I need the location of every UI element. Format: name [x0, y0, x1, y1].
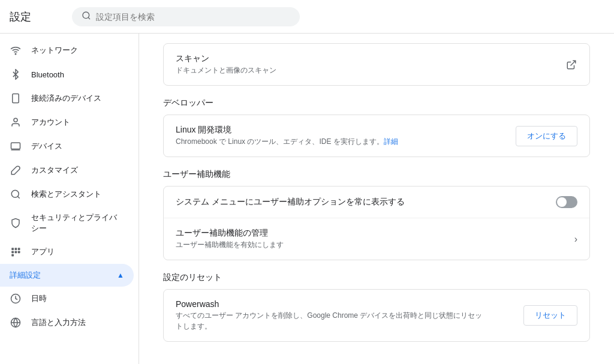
- always-show-a11y-row: システム メニューにユーザー補助オプションを常に表示する: [164, 186, 589, 218]
- search-assistant-icon: [10, 188, 22, 200]
- scan-title: スキャン: [176, 53, 556, 64]
- sidebar-item-device[interactable]: デバイス: [0, 134, 134, 158]
- sidebar-label-device: デバイス: [31, 141, 62, 152]
- svg-line-1: [88, 17, 90, 19]
- sidebar-item-connected-devices[interactable]: 接続済みのデバイス: [0, 86, 134, 110]
- sidebar-label-advanced: 詳細設定: [10, 270, 41, 281]
- always-show-a11y-toggle[interactable]: [556, 196, 577, 208]
- search-bar: [72, 7, 300, 26]
- sidebar: ネットワーク Bluetooth 接続済みのデバイス: [0, 34, 139, 364]
- always-show-a11y-title: システム メニューにユーザー補助オプションを常に表示する: [176, 197, 546, 207]
- manage-a11y-title: ユーザー補助機能の管理: [176, 228, 565, 239]
- wifi-icon: [10, 44, 22, 56]
- linux-dev-subtitle-text: Chromebook で Linux のツール、エディタ、IDE を実行します。: [176, 137, 384, 146]
- search-icon: [82, 11, 91, 23]
- scan-subtitle: ドキュメントと画像のスキャン: [176, 65, 556, 76]
- svg-rect-14: [15, 251, 17, 254]
- sidebar-item-apps[interactable]: アプリ: [0, 240, 134, 264]
- linux-dev-row: Linux 開発環境 Chromebook で Linux のツール、エディタ、…: [164, 115, 589, 157]
- linux-dev-text: Linux 開発環境 Chromebook で Linux のツール、エディタ、…: [176, 125, 506, 147]
- accessibility-heading: ユーザー補助機能: [163, 169, 590, 180]
- sidebar-item-customize[interactable]: カスタマイズ: [0, 158, 134, 182]
- svg-rect-15: [18, 251, 20, 254]
- powerwash-title: Powerwash: [176, 299, 514, 309]
- scan-text: スキャン ドキュメントと画像のスキャン: [176, 53, 556, 76]
- always-show-a11y-text: システム メニューにユーザー補助オプションを常に表示する: [176, 197, 546, 207]
- apps-icon: [10, 246, 22, 258]
- manage-a11y-action: ›: [574, 234, 577, 245]
- linux-dev-link[interactable]: 詳細: [384, 137, 398, 146]
- sidebar-item-bluetooth[interactable]: Bluetooth: [0, 62, 134, 86]
- sidebar-item-network[interactable]: ネットワーク: [0, 38, 134, 62]
- sidebar-item-datetime[interactable]: 日時: [0, 287, 134, 311]
- language-icon: [10, 317, 22, 329]
- reset-heading: 設定のリセット: [163, 272, 590, 283]
- sidebar-label-account: アカウント: [31, 117, 70, 128]
- toggle-knob: [557, 197, 567, 207]
- sidebar-label-apps: アプリ: [31, 246, 55, 257]
- linux-dev-subtitle: Chromebook で Linux のツール、エディタ、IDE を実行します。…: [176, 137, 506, 147]
- powerwash-subtitle: すべてのユーザー アカウントを削除し、Google Chrome デバイスを出荷…: [176, 310, 487, 332]
- external-link-icon[interactable]: [565, 59, 577, 71]
- sidebar-item-search-assistant[interactable]: 検索とアシスタント: [0, 182, 134, 206]
- sidebar-item-security-privacy[interactable]: セキュリティとプライバシー: [0, 206, 134, 240]
- linux-dev-button[interactable]: オンにする: [516, 126, 577, 146]
- svg-point-0: [83, 12, 89, 19]
- brush-icon: [10, 164, 22, 176]
- header: 設定: [0, 0, 614, 34]
- developer-heading: デベロッパー: [163, 98, 590, 109]
- linux-dev-title: Linux 開発環境: [176, 125, 506, 136]
- sidebar-label-network: ネットワーク: [31, 45, 78, 56]
- always-show-a11y-action: [556, 196, 577, 208]
- page-title: 設定: [10, 10, 58, 24]
- sidebar-label-language: 言語と入力方法: [31, 317, 86, 328]
- svg-point-2: [15, 53, 16, 55]
- manage-a11y-text: ユーザー補助機能の管理 ユーザー補助機能を有効にします: [176, 228, 565, 250]
- svg-rect-13: [11, 251, 14, 254]
- scan-card: スキャン ドキュメントと画像のスキャン: [163, 43, 590, 86]
- sidebar-label-security-privacy: セキュリティとプライバシー: [31, 212, 124, 234]
- svg-rect-11: [15, 248, 17, 250]
- clock-icon: [10, 293, 22, 305]
- reset-card: Powerwash すべてのユーザー アカウントを削除し、Google Chro…: [163, 289, 590, 342]
- svg-rect-10: [11, 248, 14, 250]
- powerwash-text: Powerwash すべてのユーザー アカウントを削除し、Google Chro…: [176, 299, 514, 332]
- bluetooth-icon: [10, 68, 22, 80]
- svg-rect-16: [11, 254, 14, 257]
- powerwash-action: リセット: [523, 305, 577, 326]
- svg-point-5: [14, 118, 17, 122]
- smartphone-icon: [10, 92, 22, 104]
- sidebar-label-datetime: 日時: [31, 293, 47, 304]
- search-input[interactable]: [96, 12, 290, 22]
- powerwash-button[interactable]: リセット: [523, 305, 577, 326]
- sidebar-label-bluetooth: Bluetooth: [31, 70, 64, 79]
- svg-line-9: [17, 196, 19, 198]
- chevron-right-icon: ›: [574, 234, 577, 245]
- scan-action: [565, 59, 577, 71]
- person-icon: [10, 116, 22, 128]
- svg-point-8: [11, 190, 19, 197]
- content-area: スキャン ドキュメントと画像のスキャン デベロッパー Linux: [139, 34, 614, 364]
- sidebar-item-language[interactable]: 言語と入力方法: [0, 311, 134, 335]
- svg-rect-6: [11, 143, 20, 149]
- accessibility-card: システム メニューにユーザー補助オプションを常に表示する ユーザー補助機能の管理…: [163, 186, 590, 260]
- sidebar-item-account[interactable]: アカウント: [0, 110, 134, 134]
- manage-a11y-subtitle: ユーザー補助機能を有効にします: [176, 240, 565, 250]
- sidebar-label-search-assistant: 検索とアシスタント: [31, 189, 101, 200]
- svg-rect-12: [18, 248, 20, 250]
- security-icon: [10, 217, 22, 229]
- linux-dev-action: オンにする: [516, 126, 577, 146]
- sidebar-item-advanced[interactable]: 詳細設定 ▲: [0, 264, 134, 287]
- sidebar-label-connected-devices: 接続済みのデバイス: [31, 93, 101, 104]
- powerwash-row: Powerwash すべてのユーザー アカウントを削除し、Google Chro…: [164, 290, 589, 341]
- sidebar-label-customize: カスタマイズ: [31, 165, 78, 176]
- main-layout: ネットワーク Bluetooth 接続済みのデバイス: [0, 34, 614, 364]
- expand-icon: ▲: [117, 271, 124, 279]
- scan-row: スキャン ドキュメントと画像のスキャン: [164, 44, 589, 85]
- developer-card: Linux 開発環境 Chromebook で Linux のツール、エディタ、…: [163, 115, 590, 157]
- manage-a11y-row[interactable]: ユーザー補助機能の管理 ユーザー補助機能を有効にします ›: [164, 218, 589, 260]
- laptop-icon: [10, 140, 22, 152]
- svg-line-20: [571, 61, 576, 65]
